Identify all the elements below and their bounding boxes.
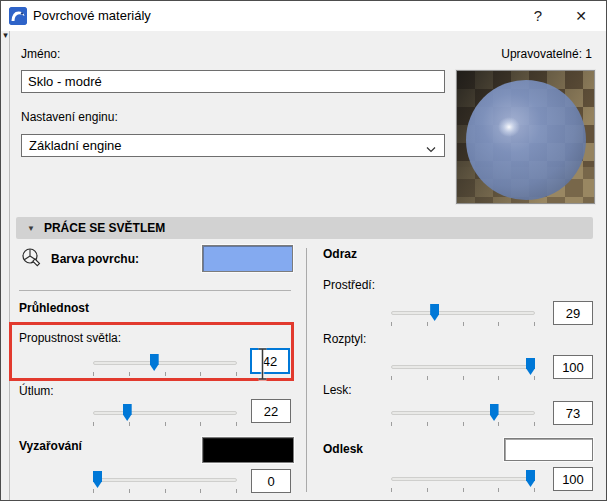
specular-input[interactable] [553, 467, 593, 491]
transparency-title: Průhlednost [19, 301, 89, 315]
slider-track[interactable] [93, 478, 237, 482]
engine-dropdown-value: Základní engine [29, 135, 122, 156]
title-bar: Povrchové materiály ? ✕ [1, 1, 606, 31]
transmittance-slider[interactable] [93, 354, 237, 372]
engine-dropdown[interactable]: Základní engine [21, 134, 445, 157]
slider-ticks [391, 376, 535, 380]
specular-color-swatch[interactable] [504, 438, 593, 461]
slider-track[interactable] [391, 365, 535, 369]
name-label: Jméno: [21, 47, 60, 61]
emission-input[interactable] [251, 469, 291, 493]
shininess-label: Lesk: [323, 383, 352, 397]
diffuse-label: Rozptyl: [323, 332, 366, 346]
help-button[interactable]: ? [521, 1, 555, 31]
ambient-slider[interactable] [391, 304, 535, 322]
slider-thumb[interactable] [526, 358, 535, 375]
close-button[interactable]: ✕ [564, 1, 598, 31]
slider-track[interactable] [391, 477, 535, 481]
attenuation-label: Útlum: [19, 384, 54, 398]
slider-ticks [391, 322, 535, 326]
slider-thumb[interactable] [123, 404, 132, 421]
panel-collapse-icon[interactable]: ▾ [1, 30, 10, 40]
surface-materials-dialog: Povrchové materiály ? ✕ ▾ Jméno: Upravov… [0, 0, 607, 501]
emission-slider[interactable] [93, 471, 237, 489]
slider-track[interactable] [93, 361, 237, 365]
ambient-label: Prostředí: [323, 278, 375, 292]
section-title: PRÁCE SE SVĚTLEM [44, 221, 165, 235]
slider-track[interactable] [391, 411, 535, 415]
transmittance-input[interactable] [250, 348, 290, 374]
material-preview[interactable] [456, 70, 595, 204]
attenuation-slider[interactable] [93, 404, 237, 422]
emission-color-swatch[interactable] [202, 437, 294, 463]
window-title: Povrchové materiály [33, 1, 151, 31]
attenuation-input[interactable] [251, 399, 291, 423]
shininess-input[interactable] [553, 401, 593, 425]
editable-count-label: Upravovatelné: 1 [501, 47, 592, 61]
slider-track[interactable] [93, 411, 237, 415]
slider-thumb[interactable] [93, 471, 102, 488]
chevron-down-icon [426, 142, 436, 156]
slider-thumb[interactable] [150, 354, 159, 371]
horizontal-divider [19, 290, 291, 291]
diffuse-slider[interactable] [391, 358, 535, 376]
surface-color-label: Barva povrchu: [51, 252, 139, 266]
section-collapse-icon: ▼ [27, 224, 35, 233]
surface-color-swatch[interactable] [202, 245, 293, 272]
specular-label: Odlesk [323, 442, 363, 456]
slider-thumb[interactable] [526, 470, 535, 487]
vertical-divider [306, 248, 307, 492]
diffuse-input[interactable] [553, 355, 593, 379]
ambient-input[interactable] [553, 301, 593, 325]
surface-color-icon [21, 247, 45, 272]
name-input[interactable] [21, 70, 445, 93]
specular-slider[interactable] [391, 470, 535, 488]
transmittance-label: Propustnost světla: [19, 331, 121, 345]
slider-ticks [391, 488, 535, 492]
slider-thumb[interactable] [430, 304, 439, 321]
slider-thumb[interactable] [490, 404, 499, 421]
slider-ticks [93, 489, 237, 493]
reflection-title: Odraz [323, 247, 357, 261]
emission-label: Vyzařování [19, 439, 82, 453]
app-icon [9, 7, 27, 25]
section-header-light[interactable]: ▼ PRÁCE SE SVĚTLEM [16, 217, 593, 239]
shininess-slider[interactable] [391, 404, 535, 422]
slider-track[interactable] [391, 311, 535, 315]
engine-settings-label: Nastavení enginu: [21, 110, 118, 124]
panel-edge-divider [9, 31, 10, 500]
slider-ticks [391, 422, 535, 426]
slider-ticks [93, 422, 237, 426]
slider-ticks [93, 372, 237, 376]
